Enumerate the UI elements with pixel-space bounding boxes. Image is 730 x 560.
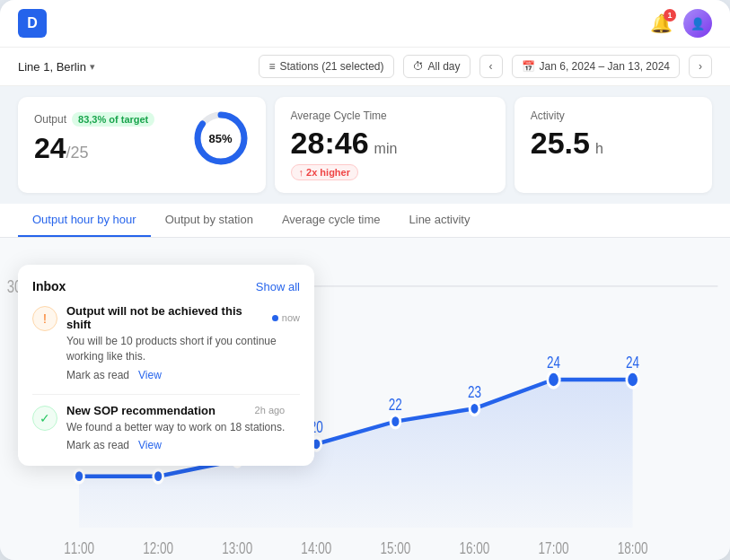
cycle-time-badge: ↑ 2x higher xyxy=(291,164,358,180)
cycle-time-badge-arrow: ↑ xyxy=(299,167,304,178)
mark-as-read-btn-2[interactable]: Mark as read xyxy=(66,439,129,451)
inbox-item-actions: Mark as read View xyxy=(66,439,285,451)
line-selector[interactable]: Line 1, Berlin ▾ xyxy=(18,60,95,74)
inbox-info-icon: ✓ xyxy=(32,406,57,431)
calendar-icon: 📅 xyxy=(522,60,535,73)
svg-text:23: 23 xyxy=(468,383,481,400)
tab-avg-cycle[interactable]: Average cycle time xyxy=(268,204,395,237)
notification-badge: 1 xyxy=(664,9,676,22)
cycle-time-unit: min xyxy=(374,141,398,157)
inbox-header: Inbox Show all xyxy=(32,279,300,293)
inbox-title: Inbox xyxy=(32,279,66,293)
inbox-item-time: now xyxy=(272,312,300,323)
output-donut-chart: 85% xyxy=(192,109,250,167)
kpi-activity-card: Activity 25.5 h xyxy=(515,97,712,193)
tab-line-activity[interactable]: Line activity xyxy=(395,204,485,237)
stations-filter-btn[interactable]: ≡ Stations (21 selected) xyxy=(259,55,393,78)
output-target: /25 xyxy=(66,144,89,162)
svg-point-11 xyxy=(548,372,560,388)
svg-text:13:00: 13:00 xyxy=(222,539,252,556)
header: D 🔔 1 👤 xyxy=(0,0,730,48)
chart-area: 30 xyxy=(0,238,730,560)
kpi-cycle-time-card: Average Cycle Time 28:46 min ↑ 2x higher xyxy=(275,97,506,193)
inbox-item-title: Output will not be achieved this shift xyxy=(66,304,267,331)
output-value: 24 xyxy=(34,132,66,164)
inbox-panel: Inbox Show all ! Output will not be achi… xyxy=(18,265,314,466)
inbox-item: ! Output will not be achieved this shift… xyxy=(32,304,300,381)
svg-text:18:00: 18:00 xyxy=(618,539,648,556)
inbox-warning-icon: ! xyxy=(32,306,57,331)
activity-unit: h xyxy=(595,141,603,157)
now-dot xyxy=(272,315,278,321)
toolbar: Line 1, Berlin ▾ ≡ Stations (21 selected… xyxy=(0,48,730,86)
svg-point-6 xyxy=(154,469,163,482)
clock-icon: ⏱ xyxy=(413,60,424,73)
inbox-item-body: You will be 10 products short if you con… xyxy=(66,334,300,364)
svg-text:17:00: 17:00 xyxy=(539,539,569,556)
svg-point-12 xyxy=(627,372,639,388)
stations-label: Stations (21 selected) xyxy=(279,60,383,73)
inbox-item-header: New SOP recommendation 2h ago xyxy=(66,404,285,417)
output-target-badge: 83,3% of target xyxy=(72,112,154,127)
svg-text:12:00: 12:00 xyxy=(143,539,173,556)
filter-icon: ≡ xyxy=(268,60,275,73)
donut-label: 85% xyxy=(209,132,233,145)
svg-text:11:00: 11:00 xyxy=(64,539,94,556)
output-label: Output 83,3% of target xyxy=(34,112,154,127)
header-right: 🔔 1 👤 xyxy=(650,9,712,38)
notifications-bell[interactable]: 🔔 1 xyxy=(650,13,673,34)
mark-as-read-btn-1[interactable]: Mark as read xyxy=(66,369,129,381)
svg-text:24: 24 xyxy=(547,354,560,372)
inbox-item-time: 2h ago xyxy=(255,405,286,416)
allday-btn[interactable]: ⏱ All day xyxy=(403,55,471,78)
cycle-time-value: 28:46 xyxy=(291,126,369,161)
avatar-initials: 👤 xyxy=(690,17,705,31)
svg-text:14:00: 14:00 xyxy=(301,539,331,556)
svg-text:22: 22 xyxy=(389,396,402,413)
inbox-item-header: Output will not be achieved this shift n… xyxy=(66,304,300,331)
divider xyxy=(32,394,300,395)
tab-output-station[interactable]: Output by station xyxy=(151,204,268,237)
chevron-down-icon: ▾ xyxy=(90,61,95,73)
activity-label: Activity xyxy=(531,109,696,122)
allday-label: All day xyxy=(428,60,461,73)
date-range-picker[interactable]: 📅 Jan 6, 2024 – Jan 13, 2024 xyxy=(512,55,680,78)
view-btn-1[interactable]: View xyxy=(138,369,162,381)
user-avatar[interactable]: 👤 xyxy=(683,9,712,38)
inbox-item: ✓ New SOP recommendation 2h ago We found… xyxy=(32,404,300,452)
next-date-btn[interactable]: › xyxy=(689,55,712,78)
app-logo[interactable]: D xyxy=(18,9,47,38)
inbox-item-content: Output will not be achieved this shift n… xyxy=(66,304,300,381)
inbox-item-body: We found a better way to work on 18 stat… xyxy=(66,420,285,435)
date-range-label: Jan 6, 2024 – Jan 13, 2024 xyxy=(540,60,670,73)
inbox-item-content: New SOP recommendation 2h ago We found a… xyxy=(66,404,285,452)
chart-tabs: Output hour by hour Output by station Av… xyxy=(0,204,730,238)
svg-text:15:00: 15:00 xyxy=(380,539,410,556)
svg-text:16:00: 16:00 xyxy=(460,539,490,556)
view-btn-2[interactable]: View xyxy=(138,439,162,451)
cycle-time-label: Average Cycle Time xyxy=(291,109,489,122)
activity-value: 25.5 xyxy=(531,126,590,161)
inbox-item-actions: Mark as read View xyxy=(66,369,300,381)
inbox-show-all-btn[interactable]: Show all xyxy=(256,280,300,293)
svg-point-9 xyxy=(391,415,400,427)
cycle-time-badge-text: 2x higher xyxy=(306,167,350,178)
svg-text:24: 24 xyxy=(626,354,639,372)
kpi-output-card: Output 83,3% of target 24/25 85% xyxy=(18,97,266,193)
tab-output-hour[interactable]: Output hour by hour xyxy=(18,204,151,237)
line-selector-label: Line 1, Berlin xyxy=(18,60,86,74)
svg-point-10 xyxy=(470,402,479,415)
kpi-row: Output 83,3% of target 24/25 85% xyxy=(0,86,730,204)
inbox-item-title: New SOP recommendation xyxy=(66,404,215,417)
svg-point-5 xyxy=(75,469,84,482)
prev-date-btn[interactable]: ‹ xyxy=(479,55,503,78)
